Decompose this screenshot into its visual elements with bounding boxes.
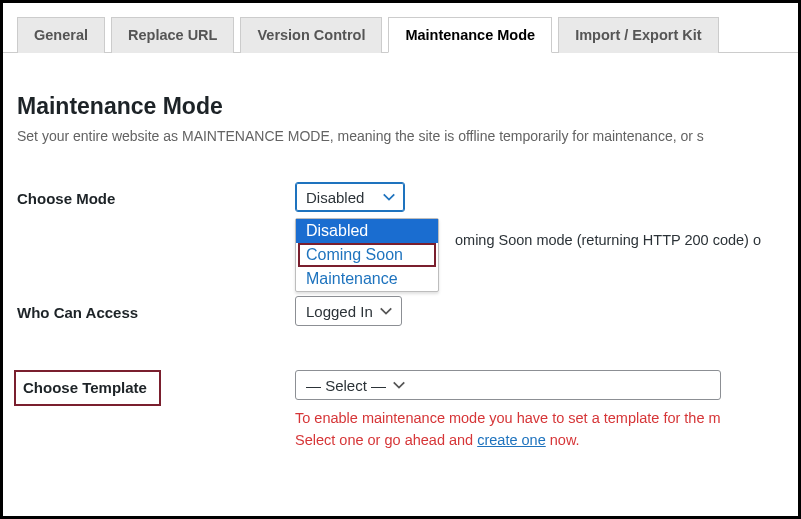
template-warning-line2: Select one or go ahead and create one no… — [295, 430, 721, 452]
tab-import-export-kit[interactable]: Import / Export Kit — [558, 17, 718, 53]
chevron-down-icon — [392, 378, 406, 392]
select-choose-template[interactable]: — Select — — [295, 370, 721, 400]
page-description: Set your entire website as MAINTENANCE M… — [17, 128, 798, 144]
row-choose-mode: Choose Mode Disabled Disabled Coming Soo… — [17, 182, 798, 222]
row-choose-template: Choose Template — Select — To enable mai… — [17, 370, 798, 452]
template-warning-line2-post: now. — [546, 432, 580, 448]
field-choose-mode: Disabled Disabled Coming Soon Maintenanc… — [295, 182, 405, 212]
dropdown-choose-mode: Disabled Coming Soon Maintenance — [295, 218, 439, 292]
select-choose-mode[interactable]: Disabled — [295, 182, 405, 212]
row-who-can-access: Who Can Access Logged In — [17, 296, 798, 336]
tabs-bar: General Replace URL Version Control Main… — [3, 3, 798, 53]
label-choose-mode: Choose Mode — [17, 182, 295, 207]
option-disabled[interactable]: Disabled — [296, 219, 438, 243]
label-choose-template: Choose Template — [14, 370, 161, 406]
template-warning-line1: To enable maintenance mode you have to s… — [295, 408, 721, 430]
template-warning: To enable maintenance mode you have to s… — [295, 408, 721, 452]
tab-general[interactable]: General — [17, 17, 105, 53]
select-choose-template-value: — Select — — [306, 377, 386, 394]
field-who-can-access: Logged In — [295, 296, 402, 326]
select-who-can-access-value: Logged In — [306, 303, 373, 320]
option-coming-soon[interactable]: Coming Soon — [298, 243, 436, 267]
tab-version-control[interactable]: Version Control — [240, 17, 382, 53]
choose-mode-hint: oming Soon mode (returning HTTP 200 code… — [455, 226, 761, 248]
tab-maintenance-mode[interactable]: Maintenance Mode — [388, 17, 552, 53]
chevron-down-icon — [382, 190, 396, 204]
page-title: Maintenance Mode — [17, 93, 798, 120]
label-who-can-access: Who Can Access — [17, 296, 295, 321]
template-warning-line2-pre: Select one or go ahead and — [295, 432, 477, 448]
select-who-can-access[interactable]: Logged In — [295, 296, 402, 326]
field-choose-template: — Select — To enable maintenance mode yo… — [295, 370, 721, 452]
chevron-down-icon — [379, 304, 393, 318]
option-maintenance[interactable]: Maintenance — [296, 267, 438, 291]
create-one-link[interactable]: create one — [477, 432, 546, 448]
select-choose-mode-value: Disabled — [306, 189, 364, 206]
content-area: Maintenance Mode Set your entire website… — [3, 53, 798, 452]
tab-replace-url[interactable]: Replace URL — [111, 17, 234, 53]
settings-panel: General Replace URL Version Control Main… — [0, 0, 801, 519]
